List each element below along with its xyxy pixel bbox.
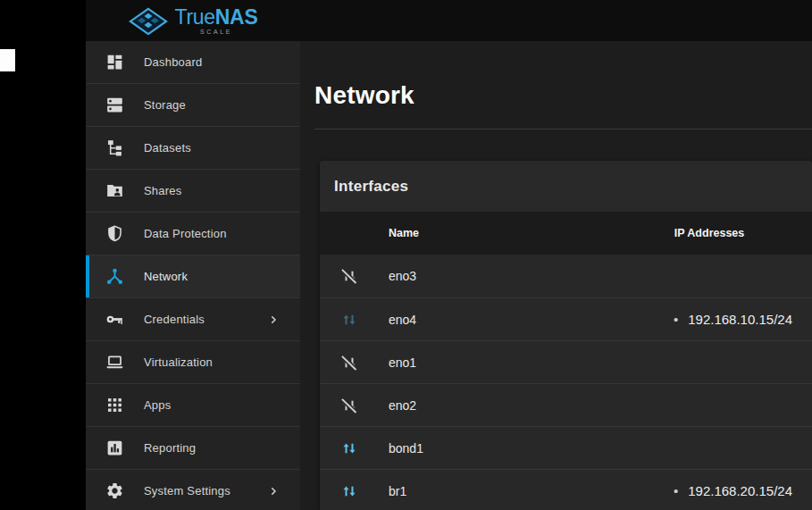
screen: TrueNAS SCALE DashboardStorageDatasetsSh… xyxy=(0,0,812,510)
ip-bullet: • xyxy=(674,484,678,497)
sidebar-item-credentials[interactable]: Credentials xyxy=(86,298,300,341)
sidebar-item-label: Storage xyxy=(144,98,186,112)
brand-name-bold: NAS xyxy=(215,5,258,29)
sidebar-item-reporting[interactable]: Reporting xyxy=(86,427,300,470)
interface-up-icon xyxy=(339,310,359,330)
brand-logo[interactable]: TrueNAS SCALE xyxy=(86,7,300,35)
desktop-window-fragment xyxy=(0,49,15,71)
interface-down-icon xyxy=(339,396,359,415)
truenas-app: TrueNAS SCALE DashboardStorageDatasetsSh… xyxy=(86,0,812,510)
state-cell xyxy=(320,396,375,415)
ip-bullet: • xyxy=(674,313,678,326)
brand-edition: SCALE xyxy=(175,29,258,35)
data-protection-icon xyxy=(104,223,125,245)
apps-icon xyxy=(104,395,125,416)
sidebar-item-label: Data Protection xyxy=(144,227,227,240)
sidebar-item-label: Virtualization xyxy=(144,355,213,369)
interface-name: eno2 xyxy=(375,398,607,413)
desktop-background xyxy=(0,0,86,510)
sidebar-item-label: Dashboard xyxy=(144,55,202,69)
sidebar-item-virtualization[interactable]: Virtualization xyxy=(86,341,300,384)
interface-name: eno4 xyxy=(375,313,607,327)
interfaces-card-title: Interfaces xyxy=(320,161,812,212)
sidebar-item-shares[interactable]: Shares xyxy=(86,170,300,213)
interface-ip-cell: •192.168.20.15/24 xyxy=(607,483,812,498)
datasets-icon xyxy=(104,138,125,159)
network-icon xyxy=(104,266,125,288)
sidebar-item-storage[interactable]: Storage xyxy=(86,84,300,127)
reporting-icon xyxy=(104,438,125,459)
shares-icon xyxy=(104,180,125,202)
app-body: DashboardStorageDatasetsSharesData Prote… xyxy=(86,41,812,510)
chevron-right-icon xyxy=(266,484,280,498)
state-cell xyxy=(320,439,375,458)
interface-down-icon xyxy=(339,266,359,286)
sidebar-item-dashboard[interactable]: Dashboard xyxy=(86,41,300,84)
table-row-eno2[interactable]: eno2 xyxy=(320,383,812,426)
credentials-icon xyxy=(104,309,125,330)
sidebar-item-label: Reporting xyxy=(144,441,196,455)
settings-icon xyxy=(104,481,125,502)
interface-name: eno1 xyxy=(375,355,607,370)
column-header-ip-addresses[interactable]: IP Addresses xyxy=(607,227,812,239)
table-row-br1[interactable]: br1•192.168.20.15/24 xyxy=(320,469,812,510)
sidebar-item-datasets[interactable]: Datasets xyxy=(86,127,300,170)
interface-up-icon xyxy=(339,481,359,501)
title-divider xyxy=(314,129,812,130)
dashboard-icon xyxy=(104,52,125,73)
state-cell xyxy=(320,310,375,330)
interfaces-card: Interfaces Name IP Addresses eno3eno4•19… xyxy=(320,161,812,510)
virtualization-icon xyxy=(104,352,125,373)
interface-name: eno3 xyxy=(375,269,607,283)
sidebar-item-label: Datasets xyxy=(144,141,191,155)
sidebar-item-label: Shares xyxy=(144,184,181,197)
table-header-row: Name IP Addresses xyxy=(320,212,812,255)
sidebar-item-network[interactable]: Network xyxy=(86,255,300,298)
table-row-eno3[interactable]: eno3 xyxy=(320,255,812,297)
sidebar-item-label: Network xyxy=(144,270,188,283)
table-row-eno4[interactable]: eno4•192.168.10.15/24 xyxy=(320,297,812,340)
sidebar-item-label: Apps xyxy=(144,398,171,412)
interface-name: bond1 xyxy=(375,441,607,456)
chevron-right-icon xyxy=(266,313,280,327)
sidebar-item-apps[interactable]: Apps xyxy=(86,384,300,427)
state-cell xyxy=(320,266,375,286)
brand-text: TrueNAS SCALE xyxy=(175,7,258,35)
ip-address: 192.168.10.15/24 xyxy=(688,312,792,327)
interface-down-icon xyxy=(339,353,359,372)
brand-name-light: True xyxy=(175,5,215,29)
sidebar-item-data-protection[interactable]: Data Protection xyxy=(86,213,300,255)
menu-toggle-button[interactable] xyxy=(327,9,350,32)
interface-up-icon xyxy=(339,439,359,458)
page-title: Network xyxy=(314,80,812,111)
storage-icon xyxy=(104,95,125,116)
sidebar-item-label: Credentials xyxy=(144,313,205,326)
truenas-logo-icon xyxy=(129,7,168,35)
sidebar-item-label: System Settings xyxy=(144,484,230,497)
interface-name: br1 xyxy=(375,484,607,498)
table-row-eno1[interactable]: eno1 xyxy=(320,340,812,383)
ip-address: 192.168.20.15/24 xyxy=(688,483,792,498)
sidebar-item-system-settings[interactable]: System Settings xyxy=(86,470,300,510)
main-content: Network Interfaces Name IP Addresses eno… xyxy=(300,41,812,510)
state-cell xyxy=(320,353,375,372)
sidebar-nav: DashboardStorageDatasetsSharesData Prote… xyxy=(86,41,300,510)
table-row-bond1[interactable]: bond1 xyxy=(320,426,812,469)
column-header-name[interactable]: Name xyxy=(375,227,607,239)
interface-ip-cell: •192.168.10.15/24 xyxy=(607,312,812,327)
top-bar: TrueNAS SCALE xyxy=(86,0,812,41)
state-cell xyxy=(320,481,375,501)
